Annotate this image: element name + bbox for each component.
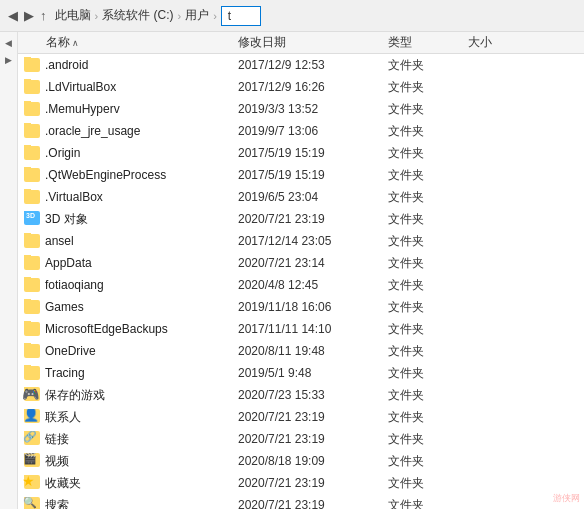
folder-icon (24, 102, 40, 116)
table-row[interactable]: ansel 2017/12/14 23:05 文件夹 (18, 230, 584, 252)
file-icon (24, 233, 40, 249)
table-row[interactable]: .MemuHyperv 2019/3/3 13:52 文件夹 (18, 98, 584, 120)
file-date-cell: 2019/9/7 13:06 (238, 124, 388, 138)
file-name-text: Tracing (45, 366, 85, 380)
file-date-cell: 2020/7/21 23:14 (238, 256, 388, 270)
table-row[interactable]: 🎮 保存的游戏 2020/7/23 15:33 文件夹 (18, 384, 584, 406)
file-icon (24, 123, 40, 139)
file-type-cell: 文件夹 (388, 321, 468, 338)
file-icon (24, 57, 40, 73)
folder-icon (24, 58, 40, 72)
folder-icon (24, 168, 40, 182)
file-date-cell: 2020/7/21 23:19 (238, 476, 388, 490)
file-type-cell: 文件夹 (388, 145, 468, 162)
panel-icon-1[interactable]: ▶ (2, 53, 16, 67)
table-row[interactable]: 🔍 搜索 2020/7/21 23:19 文件夹 (18, 494, 584, 509)
3d-folder-icon: 3D (24, 211, 40, 227)
file-name-text: fotiaoqiang (45, 278, 104, 292)
file-name-cell: .oracle_jre_usage (18, 123, 238, 139)
file-name-text: .QtWebEngineProcess (45, 168, 166, 182)
file-icon: 3D (24, 211, 40, 227)
folder-icon (24, 366, 40, 380)
file-rows-container: .android 2017/12/9 12:53 文件夹 .LdVirtualB… (18, 54, 584, 509)
file-type-cell: 文件夹 (388, 57, 468, 74)
file-name-text: .MemuHyperv (45, 102, 120, 116)
table-row[interactable]: OneDrive 2020/8/11 19:48 文件夹 (18, 340, 584, 362)
file-name-text: .Origin (45, 146, 80, 160)
breadcrumb-bar: ◀ ▶ ↑ 此电脑 › 系统软件 (C:) › 用户 › t (0, 0, 584, 32)
file-name-text: 链接 (45, 431, 69, 448)
folder-icon (24, 234, 40, 248)
game-icon: 🎮 (24, 387, 40, 403)
file-name-cell: ansel (18, 233, 238, 249)
table-row[interactable]: .oracle_jre_usage 2019/9/7 13:06 文件夹 (18, 120, 584, 142)
panel-icon-0[interactable]: ◀ (2, 36, 16, 50)
file-date-cell: 2017/5/19 15:19 (238, 146, 388, 160)
file-name-text: MicrosoftEdgeBackups (45, 322, 168, 336)
table-row[interactable]: .VirtualBox 2019/6/5 23:04 文件夹 (18, 186, 584, 208)
table-row[interactable]: 🔗 链接 2020/7/21 23:19 文件夹 (18, 428, 584, 450)
left-panel: ◀ ▶ (0, 32, 18, 509)
file-name-text: 收藏夹 (45, 475, 81, 492)
nav-forward-icon[interactable]: ▶ (24, 8, 34, 23)
table-row[interactable]: Games 2019/11/18 16:06 文件夹 (18, 296, 584, 318)
file-name-cell: 3D 3D 对象 (18, 211, 238, 228)
file-name-text: .LdVirtualBox (45, 80, 116, 94)
nav-back-icon[interactable]: ◀ (8, 8, 18, 23)
file-type-cell: 文件夹 (388, 299, 468, 316)
file-date-cell: 2020/7/21 23:19 (238, 212, 388, 226)
col-header-name[interactable]: 名称 ∧ (18, 34, 238, 51)
table-row[interactable]: AppData 2020/7/21 23:14 文件夹 (18, 252, 584, 274)
table-row[interactable]: 🎬 视频 2020/8/18 19:09 文件夹 (18, 450, 584, 472)
table-row[interactable]: MicrosoftEdgeBackups 2017/11/11 14:10 文件… (18, 318, 584, 340)
file-icon (24, 321, 40, 337)
file-icon (24, 145, 40, 161)
file-type-cell: 文件夹 (388, 101, 468, 118)
table-row[interactable]: fotiaoqiang 2020/4/8 12:45 文件夹 (18, 274, 584, 296)
file-date-cell: 2019/11/18 16:06 (238, 300, 388, 314)
table-row[interactable]: .LdVirtualBox 2017/12/9 16:26 文件夹 (18, 76, 584, 98)
table-row[interactable]: .QtWebEngineProcess 2017/5/19 15:19 文件夹 (18, 164, 584, 186)
file-icon (24, 189, 40, 205)
folder-icon (24, 300, 40, 314)
table-row[interactable]: .android 2017/12/9 12:53 文件夹 (18, 54, 584, 76)
file-date-cell: 2020/8/11 19:48 (238, 344, 388, 358)
file-name-text: 视频 (45, 453, 69, 470)
file-date-cell: 2017/12/9 12:53 (238, 58, 388, 72)
folder-icon (24, 344, 40, 358)
col-header-date[interactable]: 修改日期 (238, 34, 388, 51)
main-container: ◀ ▶ 名称 ∧ 修改日期 类型 大小 .android 2017/12/9 1… (0, 32, 584, 509)
file-icon: 🔍 (24, 497, 40, 509)
file-type-cell: 文件夹 (388, 475, 468, 492)
file-date-cell: 2020/7/21 23:19 (238, 410, 388, 424)
folder-icon (24, 190, 40, 204)
file-name-cell: .MemuHyperv (18, 101, 238, 117)
col-header-type[interactable]: 类型 (388, 34, 468, 51)
table-row[interactable]: 👤 联系人 2020/7/21 23:19 文件夹 (18, 406, 584, 428)
file-icon (24, 299, 40, 315)
breadcrumb-item-0[interactable]: 此电脑 (55, 7, 91, 24)
file-name-text: AppData (45, 256, 92, 270)
col-header-size[interactable]: 大小 (468, 34, 528, 51)
folder-icon (24, 256, 40, 270)
nav-up-icon[interactable]: ↑ (40, 8, 47, 23)
table-row[interactable]: .Origin 2017/5/19 15:19 文件夹 (18, 142, 584, 164)
breadcrumb-current[interactable]: t (221, 6, 261, 26)
table-row[interactable]: Tracing 2019/5/1 9:48 文件夹 (18, 362, 584, 384)
breadcrumb-item-1[interactable]: 系统软件 (C:) (102, 7, 173, 24)
file-type-cell: 文件夹 (388, 277, 468, 294)
file-name-text: Games (45, 300, 84, 314)
file-type-cell: 文件夹 (388, 79, 468, 96)
table-row[interactable]: 3D 3D 对象 2020/7/21 23:19 文件夹 (18, 208, 584, 230)
file-type-cell: 文件夹 (388, 255, 468, 272)
file-name-cell: fotiaoqiang (18, 277, 238, 293)
breadcrumb-item-2[interactable]: 用户 (185, 7, 209, 24)
file-name-text: 联系人 (45, 409, 81, 426)
file-name-cell: .QtWebEngineProcess (18, 167, 238, 183)
file-list: 名称 ∧ 修改日期 类型 大小 .android 2017/12/9 12:53… (18, 32, 584, 509)
file-name-text: OneDrive (45, 344, 96, 358)
table-row[interactable]: ★ 收藏夹 2020/7/21 23:19 文件夹 (18, 472, 584, 494)
file-type-cell: 文件夹 (388, 387, 468, 404)
link-icon: 🔗 (24, 431, 40, 447)
file-name-cell: Games (18, 299, 238, 315)
